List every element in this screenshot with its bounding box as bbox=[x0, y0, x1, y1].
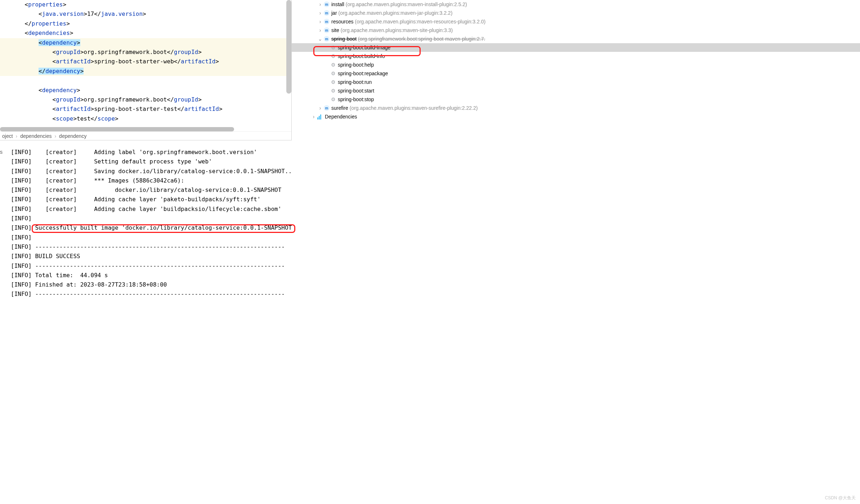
code-line[interactable]: <dependencies> bbox=[0, 28, 291, 38]
console-line: [INFO] ---------------------------------… bbox=[11, 242, 292, 252]
chevron-right-icon: › bbox=[16, 133, 18, 139]
code-line[interactable]: </dependency> bbox=[0, 67, 291, 76]
maven-plugin-icon: m bbox=[323, 19, 330, 24]
tree-item-spring-boot-repackage[interactable]: ⚙spring-boot:repackage bbox=[292, 69, 860, 78]
breadcrumb-item[interactable]: oject bbox=[2, 133, 13, 139]
tree-item-suffix: (org.apache.maven.plugins:maven-install-… bbox=[346, 1, 467, 7]
tree-item-suffix: (org.apache.maven.plugins:maven-surefire… bbox=[350, 105, 478, 111]
breadcrumb[interactable]: oject › dependencies › dependency bbox=[0, 131, 291, 140]
horizontal-scrollbar[interactable] bbox=[0, 127, 291, 131]
tree-item-site[interactable]: ›msite(org.apache.maven.plugins:maven-si… bbox=[292, 26, 860, 35]
chevron-right-icon: › bbox=[54, 133, 56, 139]
tree-item-suffix: (org.apache.maven.plugins:maven-site-plu… bbox=[341, 27, 453, 33]
expand-arrow-icon[interactable]: › bbox=[311, 114, 316, 120]
console-line: [INFO] Total time: 44.094 s bbox=[11, 271, 292, 280]
code-line[interactable]: <dependency> bbox=[0, 86, 291, 95]
gear-icon: ⚙ bbox=[330, 96, 336, 102]
maven-plugin-icon: m bbox=[323, 105, 330, 111]
breadcrumb-item[interactable]: dependencies bbox=[20, 133, 51, 139]
console-line: [INFO] [creator] Setting default process… bbox=[11, 157, 292, 166]
code-line[interactable]: <java.version>17</java.version> bbox=[0, 9, 291, 19]
tree-item-label: site bbox=[331, 27, 339, 33]
code-editor[interactable]: <properties> <java.version>17</java.vers… bbox=[0, 0, 291, 123]
tree-item-surefire[interactable]: ›msurefire(org.apache.maven.plugins:mave… bbox=[292, 104, 860, 112]
code-line[interactable]: <groupId>org.springframework.boot</group… bbox=[0, 48, 291, 57]
tree-item-spring-boot-stop[interactable]: ⚙spring-boot:stop bbox=[292, 95, 860, 104]
code-line[interactable]: </properties> bbox=[0, 19, 291, 28]
maven-plugin-icon: m bbox=[323, 1, 330, 7]
tree-item-spring-boot-build-info[interactable]: ⚙spring-boot:build-info bbox=[292, 52, 860, 60]
tree-item-spring-boot-run[interactable]: ⚙spring-boot:run bbox=[292, 78, 860, 86]
maven-plugin-icon: m bbox=[323, 27, 330, 33]
tree-item-Dependencies[interactable]: ›Dependencies bbox=[292, 112, 860, 121]
expand-arrow-icon[interactable]: ⌄ bbox=[318, 36, 323, 42]
console-line: [INFO] Finished at: 2023-08-27T23:18:58+… bbox=[11, 280, 292, 289]
tree-item-jar[interactable]: ›mjar(org.apache.maven.plugins:maven-jar… bbox=[292, 9, 860, 17]
expand-arrow-icon[interactable]: › bbox=[318, 10, 323, 16]
tree-item-label: spring-boot:stop bbox=[338, 96, 374, 102]
tree-item-label: install bbox=[331, 1, 344, 7]
tree-item-label: spring-boot:repackage bbox=[338, 71, 388, 76]
console-line: [INFO] [creator] *** Images (5886c3042ca… bbox=[11, 176, 292, 185]
tree-item-install[interactable]: ›minstall(org.apache.maven.plugins:maven… bbox=[292, 0, 860, 9]
tree-item-label: Dependencies bbox=[325, 114, 357, 120]
console-line: [INFO] ---------------------------------… bbox=[11, 261, 292, 271]
console-line: [INFO] [creator] Adding cache layer 'bui… bbox=[11, 204, 292, 214]
console-line: [INFO] [creator] Adding label 'org.sprin… bbox=[11, 148, 292, 157]
code-line[interactable]: <properties> bbox=[0, 0, 291, 9]
tree-item-label: spring-boot:start bbox=[338, 88, 374, 94]
gear-icon: ⚙ bbox=[330, 88, 336, 94]
gear-icon: ⚙ bbox=[330, 71, 336, 76]
code-line[interactable] bbox=[0, 76, 291, 85]
tree-item-resources[interactable]: ›mresources(org.apache.maven.plugins:mav… bbox=[292, 17, 860, 26]
console-line: [INFO] [creator] docker.io/library/catal… bbox=[11, 185, 292, 195]
dependencies-icon bbox=[317, 114, 323, 120]
tree-item-spring-boot-build-image[interactable]: ⚙spring-boot:build-image bbox=[292, 43, 860, 52]
maven-plugin-icon: m bbox=[323, 36, 330, 42]
vertical-scrollbar[interactable] bbox=[286, 0, 291, 108]
tree-item-spring-boot-start[interactable]: ⚙spring-boot:start bbox=[292, 86, 860, 95]
gear-icon: ⚙ bbox=[330, 79, 336, 85]
console-line: [INFO] bbox=[11, 233, 292, 242]
tree-item-suffix: (org.apache.maven.plugins:maven-jar-plug… bbox=[339, 10, 453, 16]
expand-arrow-icon[interactable]: › bbox=[318, 1, 323, 7]
code-line[interactable]: <groupId>org.springframework.boot</group… bbox=[0, 95, 291, 104]
maven-plugin-icon: m bbox=[323, 10, 330, 16]
tree-item-label: resources bbox=[331, 19, 353, 24]
code-line[interactable]: <artifactId>spring-boot-starter-web</art… bbox=[0, 57, 291, 66]
expand-arrow-icon[interactable]: › bbox=[318, 105, 323, 111]
console-line: [INFO] Successfully built image 'docker.… bbox=[11, 223, 292, 233]
gear-icon: ⚙ bbox=[330, 45, 336, 50]
expand-arrow-icon[interactable]: › bbox=[318, 27, 323, 33]
breadcrumb-item[interactable]: dependency bbox=[59, 133, 86, 139]
console-output[interactable]: [INFO] [creator] Adding label 'org.sprin… bbox=[0, 140, 292, 504]
tree-item-label: spring-boot:build-info bbox=[338, 53, 385, 59]
console-line: [INFO] [creator] Saving docker.io/librar… bbox=[11, 167, 292, 176]
tree-item-label: spring-boot:help bbox=[338, 62, 374, 68]
tree-item-label: surefire bbox=[331, 105, 348, 111]
code-line[interactable]: <dependency> bbox=[0, 38, 291, 48]
code-line[interactable]: <scope>test</scope> bbox=[0, 114, 291, 123]
watermark: CSDN @大鱼天 bbox=[825, 495, 856, 501]
tree-item-label: spring-boot:build-image bbox=[338, 45, 390, 50]
tree-item-suffix: (org.springframework.boot:spring-boot-ma… bbox=[358, 36, 485, 42]
tree-item-label: jar bbox=[331, 10, 337, 16]
console-line: [INFO] BUILD SUCCESS bbox=[11, 252, 292, 261]
gear-icon: ⚙ bbox=[330, 62, 336, 68]
editor-pane[interactable]: <properties> <java.version>17</java.vers… bbox=[0, 0, 292, 140]
console-line: [INFO] bbox=[11, 214, 292, 223]
code-line[interactable]: <artifactId>spring-boot-starter-test</ar… bbox=[0, 104, 291, 114]
console-line: [INFO] [creator] Adding cache layer 'pak… bbox=[11, 195, 292, 204]
tree-item-label: spring-boot:run bbox=[338, 79, 372, 85]
tree-item-label: spring-boot bbox=[331, 36, 357, 42]
gear-icon: ⚙ bbox=[330, 53, 336, 59]
maven-tree-pane[interactable]: ›minstall(org.apache.maven.plugins:maven… bbox=[292, 0, 860, 504]
expand-arrow-icon[interactable]: › bbox=[318, 19, 323, 24]
tree-item-suffix: (org.apache.maven.plugins:maven-resource… bbox=[355, 19, 485, 24]
truncated-tab-label: s bbox=[0, 149, 3, 155]
tree-item-spring-boot[interactable]: ⌄mspring-boot(org.springframework.boot:s… bbox=[292, 35, 860, 43]
tree-item-spring-boot-help[interactable]: ⚙spring-boot:help bbox=[292, 60, 860, 69]
console-line: [INFO] ---------------------------------… bbox=[11, 289, 292, 299]
